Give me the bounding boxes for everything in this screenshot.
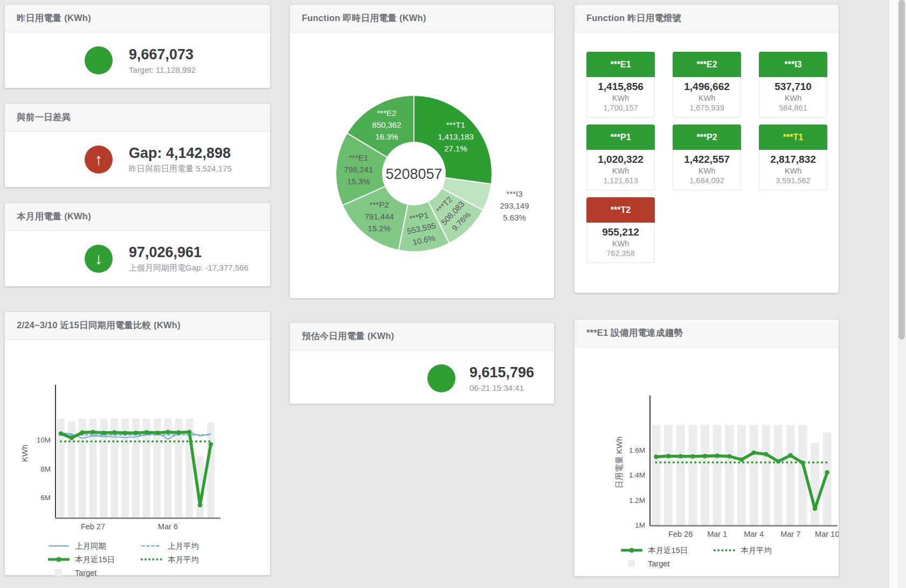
tile-value: 537,710 xyxy=(761,81,825,93)
panel-title: Function 昨日用電燈號 xyxy=(586,12,681,24)
tile-body: 1,496,662KWh1,675,939 xyxy=(673,77,741,117)
y-tick-label: 1.2M xyxy=(629,496,645,504)
series-marker xyxy=(112,430,116,434)
tile-name: ***P2 xyxy=(673,124,741,150)
target-bar xyxy=(664,425,673,525)
legend-item[interactable]: 上月同期 xyxy=(48,540,141,552)
tile-unit: KWh xyxy=(589,239,653,248)
series-marker xyxy=(176,430,181,434)
tile-value: 955,212 xyxy=(589,226,653,238)
legend-label: 本月平均 xyxy=(741,545,772,556)
series-marker xyxy=(739,458,744,462)
legend-label: Target xyxy=(75,569,96,577)
panel-header: ***E1 設備用電達成趨勢 xyxy=(575,320,839,347)
series-marker xyxy=(187,430,191,434)
x-tick-label: Feb 26 xyxy=(668,530,693,538)
compare-chart-legend: 上月同期上月平均本月近15日本月平均Target xyxy=(5,540,270,579)
series-marker xyxy=(751,451,756,455)
panel-e1-trend-chart: ***E1 設備用電達成趨勢 1M1.2M1.4M1.6M日用電量 KWhFeb… xyxy=(574,319,839,577)
panel-title: 與前一日差異 xyxy=(17,112,71,123)
panel-header: 昨日用電量 (KWh) xyxy=(5,5,270,32)
panel-title: 本月用電量 (KWh) xyxy=(17,211,91,223)
light-tile-I3: ***I3537,710KWh584,861 xyxy=(759,52,827,117)
series-marker xyxy=(776,459,780,464)
panel-title: 2/24~3/10 近15日同期用電量比較 (KWh) xyxy=(17,320,181,331)
panel-yesterday-lights: Function 昨日用電燈號 ***E11,415,856KWh1,700,1… xyxy=(574,4,839,293)
y-tick-label: 1.6M xyxy=(629,446,645,454)
tile-unit: KWh xyxy=(761,167,825,175)
tile-name: ***I3 xyxy=(759,52,827,77)
tile-target-value: 1,675,939 xyxy=(675,103,739,112)
light-tile-T2: ***T2955,212KWh762,358 xyxy=(586,197,655,263)
y-tick-label: 6M xyxy=(40,494,51,502)
y-tick-label: 8M xyxy=(40,465,51,473)
legend-swatch xyxy=(48,542,70,550)
x-tick-label: Mar 1 xyxy=(707,530,727,538)
light-tile-P2: ***P21,422,557KWh1,684,092 xyxy=(673,124,741,190)
legend-bar-swatch xyxy=(55,569,62,576)
light-tiles: ***E11,415,856KWh1,700,157***E21,496,662… xyxy=(575,32,839,263)
tile-name: ***E1 xyxy=(586,52,655,77)
light-tile-P1: ***P11,020,322KWh1,121,613 xyxy=(586,124,655,190)
legend-item[interactable]: 本月近15日 xyxy=(621,544,714,556)
donut-center-total: 5208057 xyxy=(385,166,442,182)
panel-today-estimate: 預估今日用電量 (KWh) 9,615,796 06-21 15:34:41 xyxy=(289,322,555,404)
legend-label: 本月平均 xyxy=(168,555,199,565)
status-circle-icon xyxy=(427,364,455,392)
page-scrollbar[interactable] xyxy=(897,0,906,588)
tile-target-value: 1,700,157 xyxy=(589,103,653,112)
light-tile-T1: ***T12,817,832KWh3,591,562 xyxy=(759,124,827,190)
legend-bar-swatch xyxy=(628,560,635,567)
y-tick-label: 10M xyxy=(37,436,51,444)
panel-title: Function 即時日用電量 (KWh) xyxy=(302,12,426,24)
target-bar xyxy=(811,443,819,525)
series-marker xyxy=(209,442,213,446)
x-tick-label: Feb 27 xyxy=(81,522,105,531)
tile-target-value: 584,861 xyxy=(761,103,825,112)
series-marker xyxy=(690,454,695,459)
legend-item[interactable]: 本月近15日 xyxy=(48,554,141,565)
legend-swatch xyxy=(621,547,642,554)
legend-row: 本月近15日本月平均 xyxy=(48,554,270,565)
stat-subtitle: Target: 11,128,992 xyxy=(129,65,196,74)
tile-value: 1,422,557 xyxy=(675,154,739,165)
tile-unit: KWh xyxy=(589,94,653,102)
arrow-down-icon: ↓ xyxy=(85,245,113,273)
target-bar xyxy=(688,425,697,525)
donut-segment-label: ***I3293,1495.63% xyxy=(500,189,529,222)
tile-value: 2,817,832 xyxy=(761,154,825,165)
legend-row: 上月同期上月平均 xyxy=(48,540,270,552)
target-bar xyxy=(652,425,660,525)
series-marker xyxy=(813,507,817,511)
panel-header: Function 昨日用電燈號 xyxy=(575,5,839,32)
legend-label: 上月同期 xyxy=(75,541,106,551)
scrollbar-thumb[interactable] xyxy=(898,0,905,340)
legend-item[interactable]: 本月平均 xyxy=(714,544,806,556)
target-bar xyxy=(774,425,783,525)
tile-body: 955,212KWh762,358 xyxy=(586,223,655,263)
panel-realtime-donut: Function 即時日用電量 (KWh) ***T11,413,18327.1… xyxy=(289,4,555,299)
stat-value: Gap: 4,142,898 xyxy=(129,145,232,162)
legend-item[interactable]: Target xyxy=(621,558,714,570)
y-axis-title: KWh xyxy=(20,445,29,462)
legend-marker-dot xyxy=(57,557,61,562)
legend-item[interactable]: Target xyxy=(48,567,141,579)
tile-body: 1,422,557KWh1,684,092 xyxy=(673,150,741,190)
legend-swatch xyxy=(621,560,642,568)
panel-yesterday-usage: 昨日用電量 (KWh) 9,667,073 Target: 11,128,992 xyxy=(4,4,271,88)
tile-name: ***T2 xyxy=(586,197,655,223)
target-bar xyxy=(750,425,758,525)
y-tick-label: 1M xyxy=(635,521,645,529)
legend-row: Target xyxy=(48,567,270,579)
legend-item[interactable]: 上月平均 xyxy=(141,540,233,552)
trend-chart-legend: 本月近15日本月平均Target xyxy=(575,544,839,570)
legend-item[interactable]: 本月平均 xyxy=(141,554,233,565)
panel-day-gap: 與前一日差異 ↑ Gap: 4,142,898 昨日與前日用電量 5,524,1… xyxy=(4,103,271,188)
series-marker xyxy=(144,430,149,434)
panel-15day-compare-chart: 2/24~3/10 近15日同期用電量比較 (KWh) 6M8M10MKWhFe… xyxy=(4,312,271,576)
target-bar xyxy=(713,425,722,525)
target-bar xyxy=(676,425,685,525)
legend-label: 本月近15日 xyxy=(75,555,115,565)
legend-label: Target xyxy=(648,559,669,568)
tile-body: 537,710KWh584,861 xyxy=(759,77,827,117)
